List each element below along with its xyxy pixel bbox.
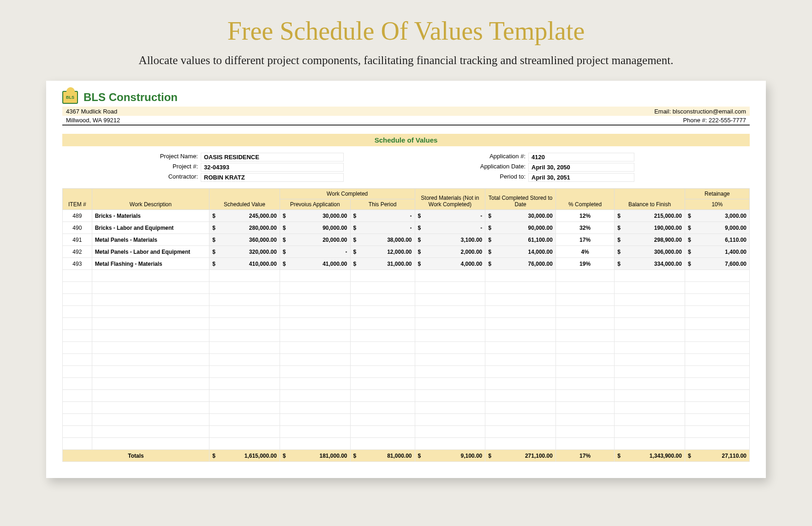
meta-row: Project Name:OASIS RESIDENCEProject #:32… [62, 153, 750, 182]
empty-cell [63, 426, 92, 438]
empty-cell [280, 318, 350, 330]
empty-cell [350, 330, 415, 342]
empty-cell [209, 306, 280, 318]
meta-item: Application Date:April 30, 2050 [459, 163, 634, 172]
table-row-empty [63, 354, 750, 366]
empty-cell [280, 270, 350, 282]
empty-cell [209, 282, 280, 294]
empty-cell [485, 354, 556, 366]
empty-cell [350, 390, 415, 402]
empty-cell [63, 270, 92, 282]
header-retainage-pct: 10% [685, 199, 749, 210]
empty-cell [555, 426, 614, 438]
empty-cell [92, 318, 209, 330]
empty-cell [555, 414, 614, 426]
cell-item: 492 [63, 246, 92, 258]
cell-desc: Bricks - Materials [92, 210, 209, 222]
empty-cell [209, 378, 280, 390]
page-subtitle: Allocate values to different project com… [0, 54, 812, 67]
totals-label: Totals [63, 450, 209, 462]
empty-cell [615, 378, 685, 390]
money-cell: $334,000.00 [615, 258, 685, 270]
empty-cell [685, 270, 749, 282]
meta-value: OASIS RESIDENCE [201, 153, 344, 161]
meta-value: April 30, 2051 [528, 173, 634, 182]
cell-desc: Metal Panels - Materials [92, 234, 209, 246]
money-cell: $- [280, 246, 350, 258]
header-retainage: Retainage [685, 189, 749, 199]
empty-cell [555, 318, 614, 330]
empty-cell [280, 402, 350, 414]
empty-cell [92, 330, 209, 342]
empty-cell [415, 306, 485, 318]
meta-label: Period to: [459, 173, 528, 182]
info-row-2: Millwood, WA 99212 Phone #: 222-555-7777 [62, 116, 750, 126]
table-row: 489Bricks - Materials$245,000.00$30,000.… [63, 210, 750, 222]
spreadsheet-document: BLS BLS Construction 4367 Mudlick Road E… [46, 81, 766, 478]
header-desc: Work Description [92, 189, 209, 210]
empty-cell [415, 378, 485, 390]
empty-cell [209, 354, 280, 366]
empty-cell [615, 342, 685, 354]
money-cell: $1,400.00 [685, 246, 749, 258]
empty-cell [280, 366, 350, 378]
money-cell: $410,000.00 [209, 258, 280, 270]
empty-cell [350, 366, 415, 378]
empty-cell [209, 438, 280, 450]
money-cell: $298,900.00 [615, 234, 685, 246]
empty-cell [415, 390, 485, 402]
company-phone: Phone #: 222-555-7777 [683, 117, 746, 124]
empty-cell [92, 390, 209, 402]
empty-cell [415, 366, 485, 378]
money-cell: $320,000.00 [209, 246, 280, 258]
money-cell: $306,000.00 [615, 246, 685, 258]
company-address2: Millwood, WA 99212 [66, 117, 120, 124]
money-cell: $27,110.00 [685, 450, 749, 462]
money-cell: $12,000.00 [350, 246, 415, 258]
empty-cell [555, 402, 614, 414]
empty-cell [209, 342, 280, 354]
table-row-empty [63, 270, 750, 282]
header-prev: Prevoius Application [280, 199, 350, 210]
empty-cell [485, 390, 556, 402]
empty-cell [415, 426, 485, 438]
empty-cell [615, 390, 685, 402]
empty-cell [92, 438, 209, 450]
company-address1: 4367 Mudlick Road [66, 108, 117, 115]
company-logo-icon: BLS [62, 91, 78, 104]
header-total: Total Completed Stored to Date [485, 189, 556, 210]
empty-cell [615, 438, 685, 450]
empty-cell [615, 330, 685, 342]
empty-cell [555, 330, 614, 342]
money-cell: $9,100.00 [415, 450, 485, 462]
company-name: BLS Construction [84, 91, 178, 104]
empty-cell [350, 414, 415, 426]
header-work-completed: Work Completed [280, 189, 415, 199]
money-cell: $- [350, 210, 415, 222]
empty-cell [92, 270, 209, 282]
empty-cell [280, 426, 350, 438]
table-row: 492Metal Panels - Labor and Equipment$32… [63, 246, 750, 258]
meta-label: Project #: [131, 163, 201, 172]
empty-cell [350, 426, 415, 438]
empty-cell [615, 414, 685, 426]
empty-cell [280, 414, 350, 426]
empty-cell [63, 342, 92, 354]
empty-cell [415, 282, 485, 294]
empty-cell [685, 426, 749, 438]
empty-cell [485, 306, 556, 318]
empty-cell [685, 342, 749, 354]
money-cell: $3,000.00 [685, 210, 749, 222]
meta-item: Period to:April 30, 2051 [459, 173, 634, 182]
money-cell: $4,000.00 [415, 258, 485, 270]
money-cell: $76,000.00 [485, 258, 556, 270]
empty-cell [209, 270, 280, 282]
empty-cell [280, 282, 350, 294]
money-cell: $1,615,000.00 [209, 450, 280, 462]
table-row-empty [63, 282, 750, 294]
empty-cell [209, 330, 280, 342]
empty-cell [92, 306, 209, 318]
cell-item: 493 [63, 258, 92, 270]
table-row: 493Metal Flashing - Materials$410,000.00… [63, 258, 750, 270]
empty-cell [615, 426, 685, 438]
